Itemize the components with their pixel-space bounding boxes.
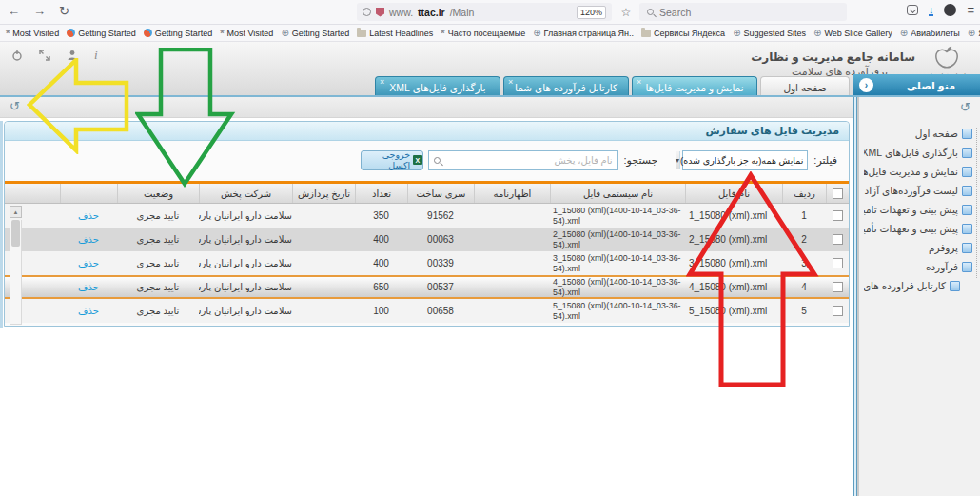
url-prefix: www. bbox=[389, 7, 413, 18]
url-bar[interactable]: www. ttac.ir /Main 120% bbox=[357, 3, 612, 21]
col-row: ردیف bbox=[782, 184, 826, 203]
document-icon bbox=[962, 243, 972, 253]
document-icon bbox=[962, 224, 972, 234]
app-title: سامانه جامع مدیریت و نظارت bbox=[751, 50, 915, 64]
tracking-protection-icon[interactable] bbox=[363, 8, 371, 16]
col-file-name: نام فایل bbox=[685, 184, 782, 203]
filter-row: فیلتر: نمایش همه(به جز بارگذاری شده) ▾ ج… bbox=[5, 141, 849, 179]
table-row[interactable]: 3 3_15080 (xml).xml 3_15080 (xml)(1400-1… bbox=[5, 251, 849, 275]
close-icon[interactable]: × bbox=[508, 77, 513, 87]
row-checkbox[interactable] bbox=[833, 210, 843, 221]
content-toolbar: ↻ bbox=[0, 97, 853, 118]
forward-icon[interactable]: → bbox=[33, 2, 46, 21]
tab-file-management[interactable]: نمایش و مدیریت فایل‌ها× bbox=[632, 76, 757, 97]
menu-icon[interactable]: ≡ bbox=[967, 4, 974, 16]
scrollbar-thumb[interactable] bbox=[11, 220, 20, 247]
bookmark-item[interactable]: *Часто посещаемые bbox=[441, 29, 525, 38]
table-row[interactable]: 5 5_15080 (xml).xml 5_15080 (xml)(1400-1… bbox=[5, 299, 849, 323]
browser-chrome: ← → ↻ www. ttac.ir /Main 120% ☆ Search ↓… bbox=[0, 0, 980, 25]
bookmark-item[interactable]: ⊕Яндекс bbox=[968, 29, 980, 38]
bookmark-item[interactable]: *Most Visited bbox=[220, 29, 273, 38]
gear-icon: * bbox=[441, 30, 444, 37]
sidebar-item-product[interactable]: +فرآورده bbox=[864, 257, 972, 276]
zoom-level-badge[interactable]: 120% bbox=[577, 6, 606, 19]
fullscreen-icon[interactable] bbox=[39, 50, 50, 61]
bookmark-item[interactable]: *Most Visited bbox=[6, 29, 59, 38]
vertical-scrollbar[interactable]: ▲ bbox=[10, 206, 22, 325]
close-icon[interactable]: × bbox=[380, 77, 384, 87]
tab-products-cartable[interactable]: کارتابل فرآورده های شما× bbox=[503, 76, 629, 97]
shield-icon[interactable] bbox=[376, 8, 384, 17]
sidebar-collapse-icon[interactable]: ‹ bbox=[859, 78, 873, 92]
info-icon[interactable]: i bbox=[94, 50, 98, 61]
delete-link[interactable]: حذف bbox=[60, 306, 117, 316]
account-icon[interactable] bbox=[944, 4, 956, 16]
bookmark-item[interactable]: Getting Started bbox=[67, 29, 136, 38]
bookmark-item[interactable]: ⊕Главная страница Ян.. bbox=[533, 29, 634, 38]
reload-icon[interactable]: ↻ bbox=[59, 2, 69, 21]
globe-icon: ⊕ bbox=[813, 29, 821, 37]
table-search-box[interactable] bbox=[428, 150, 618, 170]
document-icon bbox=[962, 129, 972, 139]
row-checkbox[interactable] bbox=[833, 234, 843, 245]
document-icon bbox=[962, 262, 972, 272]
chevron-down-icon[interactable]: ▾ bbox=[676, 151, 680, 169]
browser-search-bar[interactable]: Search bbox=[639, 3, 847, 21]
row-checkbox[interactable] bbox=[833, 306, 843, 316]
back-icon[interactable]: ← bbox=[8, 2, 20, 21]
downloads-icon[interactable]: ↓ bbox=[929, 5, 934, 16]
scrollbar-track[interactable] bbox=[10, 220, 22, 325]
url-host: ttac.ir bbox=[418, 7, 445, 18]
bookmark-item[interactable]: Latest Headlines bbox=[357, 29, 433, 38]
sidebar-item-home[interactable]: صفحه اول bbox=[864, 124, 972, 143]
power-icon[interactable] bbox=[11, 50, 23, 61]
delete-link[interactable]: حذف bbox=[60, 282, 117, 292]
gear-icon: * bbox=[220, 30, 224, 37]
table-row[interactable]: 2 2_15080 (xml).xml 2_15080 (xml)(1400-1… bbox=[5, 228, 849, 251]
delete-link[interactable]: حذف bbox=[60, 210, 117, 221]
table-search-input[interactable] bbox=[444, 155, 613, 166]
table-row[interactable]: 1 1_15080 (xml).xml 1_15080 (xml)(1400-1… bbox=[5, 204, 849, 228]
sidebar-item-xml-upload[interactable]: بارگذاری فایل‌های XML bbox=[864, 143, 972, 162]
document-icon bbox=[962, 167, 972, 177]
user-icon[interactable] bbox=[67, 50, 78, 61]
tab-home[interactable]: صفحه اول bbox=[760, 76, 850, 97]
sidebar-item-released-products[interactable]: لیست فرآورده‌های آزاد ش bbox=[864, 181, 972, 200]
tab-xml-upload[interactable]: بارگذاری فایل‌های XML× bbox=[375, 76, 500, 97]
bookmark-item[interactable]: ⊕Web Slice Gallery bbox=[813, 29, 892, 38]
filter-dropdown[interactable]: نمایش همه(به جز بارگذاری شده) ▾ bbox=[682, 150, 808, 170]
sidebar-refresh-icon[interactable]: ↻ bbox=[960, 101, 970, 114]
bookmark-item[interactable]: ⊕Suggested Sites bbox=[733, 29, 806, 38]
bookmark-item[interactable]: Сервисы Яндекса bbox=[641, 29, 725, 38]
sidebar-item-products-cartable[interactable]: کارتابل فراورده های ش bbox=[864, 276, 972, 295]
pocket-icon[interactable] bbox=[907, 5, 918, 15]
bookmark-item[interactable]: Getting Started bbox=[144, 29, 213, 38]
sidebar-item-file-management[interactable]: نمایش و مدیریت فایل‌ها bbox=[864, 162, 972, 181]
panel-left-border bbox=[0, 121, 3, 328]
apple-logo-icon bbox=[932, 44, 961, 70]
col-quantity: تعداد bbox=[355, 184, 407, 203]
delete-link[interactable]: حذف bbox=[60, 234, 117, 245]
bookmark-item[interactable]: ⊕Авиабилеты bbox=[900, 29, 960, 38]
table-row-selected[interactable]: 4 4_15080 (xml).xml 4_15080 (xml)(1400-1… bbox=[5, 275, 849, 299]
sidebar-item-supply-forecast-1[interactable]: پیش بینی و تعهدات تامین bbox=[864, 200, 972, 219]
bookmark-item[interactable]: ⊕Getting Started bbox=[281, 29, 349, 38]
refresh-icon[interactable]: ↻ bbox=[10, 100, 20, 113]
sidebar-item-proforma[interactable]: +پروفرم bbox=[864, 238, 972, 257]
globe-icon: ⊕ bbox=[968, 29, 975, 37]
bookmark-star-icon[interactable]: ☆ bbox=[617, 3, 636, 21]
table-header-row: ردیف نام فایل نام سیستمی فایل اظهارنامه … bbox=[5, 184, 849, 204]
firefox-icon bbox=[144, 29, 152, 37]
col-system-file-name: نام سیستمی فایل bbox=[550, 184, 685, 203]
row-checkbox[interactable] bbox=[833, 282, 843, 292]
select-all-checkbox[interactable] bbox=[833, 188, 843, 199]
sidebar-item-supply-forecast-2[interactable]: پیش بینی و تعهدات تأمین bbox=[864, 219, 972, 238]
excel-icon: X bbox=[413, 155, 421, 165]
delete-link[interactable]: حذف bbox=[60, 258, 117, 268]
scroll-up-icon[interactable]: ▲ bbox=[10, 206, 22, 218]
order-files-panel: مدیریت فایل های سفارش فیلتر: نمایش همه(ب… bbox=[4, 121, 850, 327]
row-checkbox[interactable] bbox=[833, 258, 843, 268]
sidebar-menu: صفحه اول بارگذاری فایل‌های XML نمایش و م… bbox=[864, 124, 972, 295]
excel-export-button[interactable]: X خروجی اکسل bbox=[361, 150, 423, 170]
close-icon[interactable]: × bbox=[637, 77, 641, 87]
